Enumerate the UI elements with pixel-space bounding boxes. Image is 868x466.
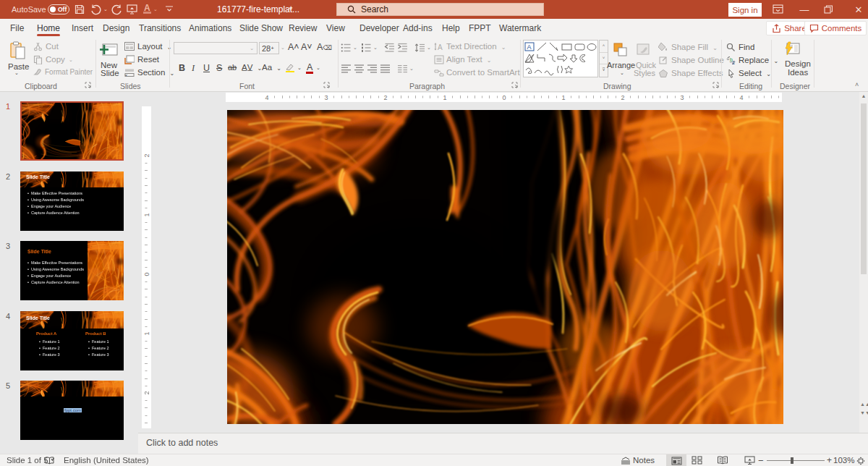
svg-text:0: 0 (502, 94, 506, 101)
svg-text:2: 2 (621, 94, 624, 101)
svg-text:1: 1 (561, 94, 565, 101)
svg-text:2: 2 (143, 153, 150, 157)
svg-text:A: A (527, 43, 531, 51)
svg-text:4: 4 (739, 94, 743, 101)
svg-text:0: 0 (143, 272, 150, 276)
svg-text:1: 1 (443, 94, 446, 101)
svg-text:3: 3 (680, 94, 684, 101)
svg-text:3: 3 (324, 94, 328, 101)
svg-text:2: 2 (383, 94, 387, 101)
svg-text:1: 1 (143, 331, 150, 335)
svg-text:2: 2 (143, 391, 150, 394)
svg-text:4: 4 (265, 94, 268, 101)
svg-text:A: A (438, 43, 443, 51)
svg-text:1: 1 (143, 213, 150, 216)
svg-text:c: c (732, 60, 735, 65)
